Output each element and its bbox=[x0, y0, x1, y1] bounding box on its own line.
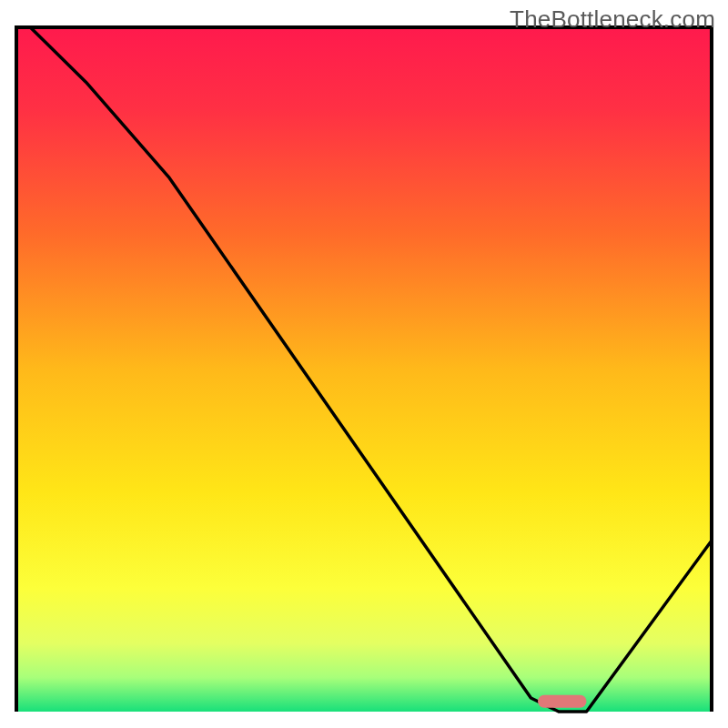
optimal-marker bbox=[538, 695, 586, 708]
watermark-text: TheBottleneck.com bbox=[510, 5, 715, 34]
gradient-background bbox=[16, 27, 712, 712]
chart-container: { "watermark": "TheBottleneck.com", "cha… bbox=[0, 0, 728, 728]
bottleneck-chart bbox=[0, 0, 728, 728]
